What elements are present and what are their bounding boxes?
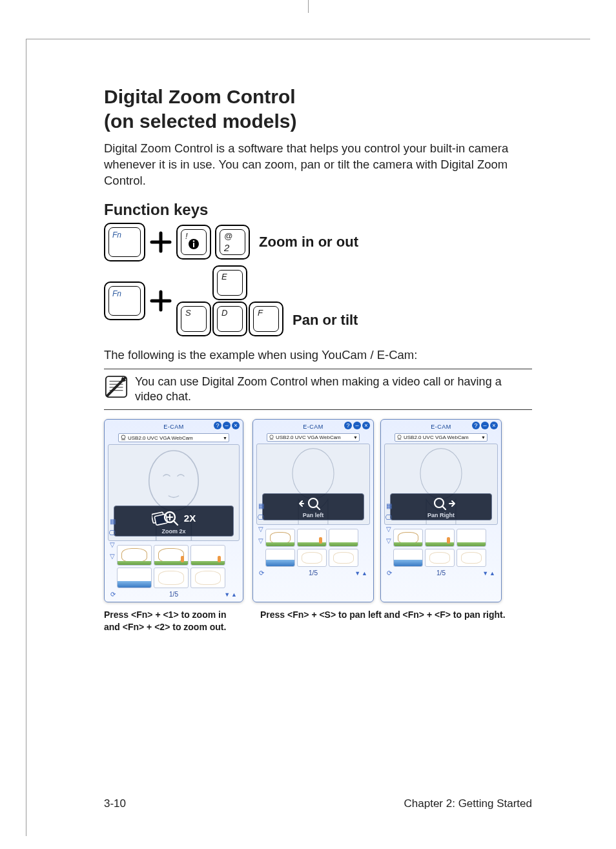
magnifier-left-icon — [297, 497, 329, 510]
gallery-icon[interactable]: ▦ — [108, 517, 117, 526]
keycap-fn-2: Fn — [104, 281, 145, 320]
list-item[interactable] — [265, 549, 295, 567]
window-controls: ? – × — [214, 422, 240, 429]
camera-preview-zoom: 2X Zoom 2x — [108, 444, 240, 541]
chevron-down-icon: ▼ — [223, 436, 227, 440]
refresh-icon[interactable]: ⟳ — [387, 569, 392, 577]
gallery-icon[interactable]: ▦ — [256, 501, 265, 510]
chevron-down-icon[interactable]: ▽ — [108, 540, 117, 549]
chevron-down-icon[interactable]: ▽ — [384, 524, 393, 533]
key-f-label: F — [258, 308, 263, 318]
page-down-icon[interactable]: ▼ — [482, 570, 488, 577]
caption-pan: Press <Fn> + <S> to pan left and <Fn> + … — [260, 609, 532, 632]
camera-name: USB2.0 UVC VGA WebCam — [404, 435, 469, 440]
ecam-title-1: E-CAM — [163, 424, 184, 430]
section-function-keys: Function keys — [104, 201, 532, 219]
list-item[interactable] — [265, 529, 295, 547]
svg-point-5 — [149, 451, 199, 511]
crop-mark — [308, 0, 309, 13]
help-icon[interactable]: ? — [214, 422, 221, 429]
help-icon[interactable]: ? — [472, 422, 480, 429]
chevron-down-icon: ▼ — [353, 435, 358, 440]
list-item[interactable] — [457, 549, 486, 567]
plus-icon — [149, 230, 172, 254]
note-block: You can use Digital Zoom Control when ma… — [104, 369, 532, 411]
monitor-icon[interactable]: 🖵 — [256, 513, 265, 522]
page-down-icon[interactable]: ▼ — [354, 570, 360, 577]
ecam-title-2: E-CAM — [303, 424, 323, 430]
thumbnail-strip — [117, 545, 238, 588]
overlay-panright: Pan Right — [390, 493, 492, 520]
svg-point-12 — [398, 435, 401, 438]
page-title: Digital Zoom Control (on selected models… — [104, 85, 532, 134]
caption-zoom: Press <Fn> + <1> to zoom in and <Fn> + <… — [104, 609, 243, 632]
list-item[interactable] — [297, 529, 327, 547]
list-item[interactable] — [457, 529, 486, 547]
list-item[interactable] — [117, 568, 152, 588]
list-item[interactable] — [154, 568, 189, 588]
camera-name: USB2.0 UVC VGA WebCam — [128, 435, 193, 441]
title-line-1: Digital Zoom Control — [104, 86, 296, 107]
pager-text: 1/5 — [169, 591, 178, 598]
overlay-panright-label: Pan Right — [391, 511, 491, 518]
screenshot-zoom2x: E-CAM ? – × USB2.0 UVC VGA WebCam ▼ — [104, 419, 243, 602]
list-item[interactable] — [297, 549, 327, 567]
monitor-icon[interactable]: 🖵 — [384, 513, 393, 522]
list-item[interactable] — [117, 545, 152, 566]
camera-name: USB2.0 UVC VGA WebCam — [276, 435, 341, 440]
minimize-icon[interactable]: – — [223, 422, 231, 429]
svg-point-9 — [270, 435, 273, 438]
chevron-down-icon[interactable]: ▽ — [256, 536, 265, 545]
page-up-icon[interactable]: ▲ — [362, 570, 367, 577]
page-up-icon[interactable]: ▲ — [231, 591, 237, 598]
refresh-icon[interactable]: ⟳ — [259, 569, 264, 577]
list-item[interactable] — [425, 549, 455, 567]
list-item[interactable] — [190, 545, 225, 566]
webcam-icon — [269, 435, 274, 440]
list-item[interactable] — [393, 549, 423, 567]
list-item[interactable] — [425, 529, 455, 547]
help-icon[interactable]: ? — [344, 422, 352, 429]
close-icon[interactable]: × — [490, 422, 498, 429]
overlay-panleft: Pan left — [262, 493, 364, 520]
list-item[interactable] — [190, 568, 225, 588]
minimize-icon[interactable]: – — [353, 422, 361, 429]
minimize-icon[interactable]: – — [481, 422, 489, 429]
pager: ⟳ 1/5 ▼▲ — [108, 591, 240, 598]
esdf-cluster: E S D F — [176, 265, 283, 336]
refresh-icon[interactable]: ⟳ — [110, 591, 116, 598]
close-icon[interactable]: × — [232, 422, 240, 429]
chevron-down-icon[interactable]: ▽ — [108, 551, 117, 560]
chevron-down-icon[interactable]: ▽ — [256, 524, 265, 533]
key-row-zoom: Fn ! @ 2 Zoom in or out — [104, 223, 532, 261]
camera-dropdown[interactable]: USB2.0 UVC VGA WebCam ▼ — [267, 433, 360, 442]
page-up-icon[interactable]: ▲ — [489, 570, 495, 577]
list-item[interactable] — [329, 549, 358, 567]
note-icon — [104, 374, 128, 399]
camera-dropdown[interactable]: USB2.0 UVC VGA WebCam ▼ — [118, 433, 229, 442]
camera-preview-panright: Pan Right — [384, 444, 498, 525]
example-intro: The following is the example when using … — [104, 348, 532, 362]
screenshot-row: E-CAM ? – × USB2.0 UVC VGA WebCam ▼ — [104, 419, 532, 602]
info-icon — [188, 238, 200, 252]
gallery-icon[interactable]: ▦ — [384, 501, 393, 510]
svg-rect-1 — [193, 243, 194, 247]
close-icon[interactable]: × — [362, 422, 370, 429]
svg-point-4 — [121, 435, 125, 439]
thumbnail-strip — [393, 529, 497, 567]
list-item[interactable] — [393, 529, 423, 547]
keycap-d: D — [212, 302, 247, 336]
magnifier-plus-icon — [152, 509, 181, 526]
camera-dropdown[interactable]: USB2.0 UVC VGA WebCam ▼ — [395, 433, 488, 442]
screenshot-panleft: E-CAM ?–× USB2.0 UVC VGA WebCam ▼ — [252, 419, 374, 602]
row-label-pantilt: Pan or tilt — [293, 312, 358, 329]
monitor-icon[interactable]: 🖵 — [108, 528, 117, 537]
list-item[interactable] — [329, 529, 358, 547]
page-down-icon[interactable]: ▼ — [224, 591, 230, 598]
webcam-icon — [396, 435, 402, 440]
chevron-down-icon[interactable]: ▽ — [384, 536, 393, 545]
ecam-title-3: E-CAM — [431, 424, 451, 430]
list-item[interactable] — [154, 545, 189, 566]
camera-preview-panleft: Pan left — [256, 444, 370, 525]
keycap-fn: Fn — [104, 223, 145, 261]
